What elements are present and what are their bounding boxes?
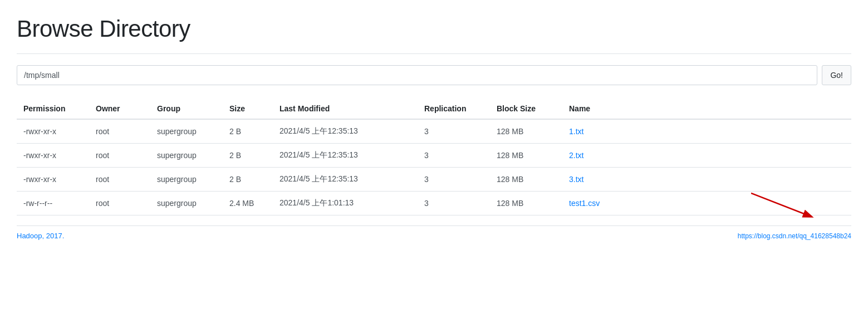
cell-lastmod: 2021/4/5 上午12:35:13 [273, 119, 418, 144]
cell-size: 2 B [223, 144, 273, 168]
cell-name: test1.csv [562, 192, 851, 215]
title-divider [17, 53, 851, 54]
cell-replication: 3 [418, 119, 490, 144]
footer-left-text: Hadoop, 2017. [17, 232, 64, 240]
cell-permission: -rwxr-xr-x [17, 119, 89, 144]
footer-bar: Hadoop, 2017. https://blog.csdn.net/qq_4… [17, 225, 851, 240]
col-header-lastmod: Last Modified [273, 99, 418, 119]
cell-permission: -rwxr-xr-x [17, 168, 89, 192]
cell-replication: 3 [418, 192, 490, 215]
file-link[interactable]: 2.txt [569, 151, 583, 160]
cell-name: 3.txt [562, 168, 851, 192]
file-link[interactable]: 3.txt [569, 175, 583, 184]
cell-lastmod: 2021/4/5 上午12:35:13 [273, 168, 418, 192]
cell-permission: -rwxr-xr-x [17, 144, 89, 168]
cell-group: supergroup [150, 168, 223, 192]
cell-group: supergroup [150, 119, 223, 144]
page-wrapper: Browse Directory Go! Permission Owner Gr… [0, 0, 868, 251]
cell-blocksize: 128 MB [490, 168, 562, 192]
table-row: -rwxr-xr-xrootsupergroup2 B2021/4/5 上午12… [17, 119, 851, 144]
col-header-blocksize: Block Size [490, 99, 562, 119]
cell-owner: root [89, 168, 150, 192]
table-row: -rw-r--r--rootsupergroup2.4 MB2021/4/5 上… [17, 192, 851, 215]
cell-owner: root [89, 119, 150, 144]
file-link[interactable]: 1.txt [569, 127, 583, 136]
cell-size: 2 B [223, 119, 273, 144]
cell-name: 1.txt [562, 119, 851, 144]
file-link[interactable]: test1.csv [569, 199, 600, 208]
cell-group: supergroup [150, 144, 223, 168]
cell-name: 2.txt [562, 144, 851, 168]
footer-right-link[interactable]: https://blog.csdn.net/qq_41628548b24 [738, 232, 851, 240]
go-button[interactable]: Go! [822, 65, 851, 85]
col-header-group: Group [150, 99, 223, 119]
col-header-name: Name [562, 99, 851, 119]
cell-lastmod: 2021/4/5 上午1:01:13 [273, 192, 418, 215]
cell-owner: root [89, 192, 150, 215]
page-title: Browse Directory [17, 16, 851, 42]
cell-replication: 3 [418, 168, 490, 192]
table-header-row: Permission Owner Group Size Last Modifie… [17, 99, 851, 119]
table-row: -rwxr-xr-xrootsupergroup2 B2021/4/5 上午12… [17, 168, 851, 192]
col-header-permission: Permission [17, 99, 89, 119]
directory-table: Permission Owner Group Size Last Modifie… [17, 99, 851, 215]
path-bar: Go! [17, 65, 851, 85]
cell-lastmod: 2021/4/5 上午12:35:13 [273, 144, 418, 168]
cell-group: supergroup [150, 192, 223, 215]
cell-size: 2.4 MB [223, 192, 273, 215]
cell-replication: 3 [418, 144, 490, 168]
cell-blocksize: 128 MB [490, 119, 562, 144]
cell-size: 2 B [223, 168, 273, 192]
cell-blocksize: 128 MB [490, 192, 562, 215]
cell-owner: root [89, 144, 150, 168]
table-wrapper: Permission Owner Group Size Last Modifie… [17, 99, 851, 215]
cell-blocksize: 128 MB [490, 144, 562, 168]
table-row: -rwxr-xr-xrootsupergroup2 B2021/4/5 上午12… [17, 144, 851, 168]
col-header-owner: Owner [89, 99, 150, 119]
path-input[interactable] [17, 65, 817, 85]
col-header-replication: Replication [418, 99, 490, 119]
col-header-size: Size [223, 99, 273, 119]
cell-permission: -rw-r--r-- [17, 192, 89, 215]
